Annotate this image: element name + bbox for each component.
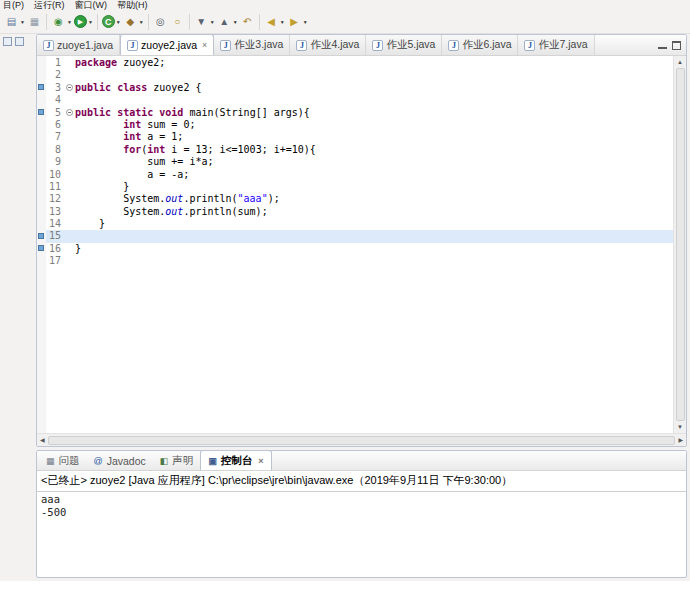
fold-ruler [65,218,75,230]
tab-close-icon[interactable]: × [202,40,207,50]
dropdown-arrow-icon[interactable]: ▼ [20,19,25,25]
collapse-icon[interactable] [66,84,73,91]
next-annotation-button[interactable]: ▼▼ [193,12,216,32]
code-line[interactable]: 15 [37,230,673,242]
vertical-scrollbar[interactable]: ▲ ▼ [673,56,686,433]
horizontal-scroll-thumb[interactable] [48,436,676,445]
code-line[interactable]: 5public static void main(String[] args){ [37,107,673,119]
fold-marker[interactable] [65,82,75,94]
tab-javadoc[interactable]: @Javadoc [87,451,153,470]
down-arrow-icon: ▼ [194,14,209,29]
menu-item[interactable]: 帮助(H) [117,0,148,10]
back-button[interactable]: ◀▼ [263,12,286,32]
horizontal-scrollbar[interactable]: ◀ ▶ [37,433,686,446]
console-output[interactable]: aaa-500 [37,492,686,577]
minimize-icon[interactable] [658,41,667,49]
editor-tab[interactable]: Jzuoye2.java× [120,34,214,55]
annotation-marker [37,230,46,242]
view-tab-label: 控制台 [221,454,253,468]
tab-label: 作业6.java [462,38,511,52]
code-line[interactable]: 14 } [37,218,673,230]
problems-icon: ▦ [46,456,55,466]
editor-tab[interactable]: J作业6.java [442,35,518,55]
code-line[interactable]: 12 System.out.println("aaa"); [37,193,673,205]
line-number: 7 [46,131,65,143]
code-area[interactable]: 1package zuoye2;23public class zuoye2 {4… [37,56,673,433]
editor-tab[interactable]: J作业4.java [290,35,366,55]
restore-view-icon[interactable] [3,37,12,46]
code-text: } [75,181,673,193]
code-line[interactable]: 17 [37,255,673,267]
collapse-icon[interactable] [66,109,73,116]
dropdown-arrow-icon[interactable]: ▼ [88,19,93,25]
dropdown-arrow-icon[interactable]: ▼ [67,19,72,25]
line-number: 4 [46,94,65,106]
code-line[interactable]: 10 a = -a; [37,169,673,181]
annotation-cell [37,69,46,81]
annotation-cell [37,144,46,156]
dropdown-arrow-icon[interactable]: ▼ [139,19,144,25]
editor-tab[interactable]: J作业5.java [366,35,442,55]
code-line[interactable]: 7 int a = 1; [37,131,673,143]
marker-icon [38,109,44,115]
editor-tabs: Jzuoye1.javaJzuoye2.java×J作业3.javaJ作业4.j… [37,35,595,55]
annotation-cell [37,255,46,267]
editor-tab[interactable]: Jzuoye1.java [37,35,120,55]
open-type-button[interactable]: ◎ [152,12,169,32]
maximize-icon[interactable] [672,41,681,50]
previous-annotation-button[interactable]: ▲▼ [216,12,239,32]
code-line[interactable]: 1package zuoye2; [37,57,673,69]
code-line[interactable]: 16} [37,243,673,255]
dropdown-arrow-icon[interactable]: ▼ [303,19,308,25]
run-button[interactable]: ▶▼ [73,12,94,32]
scroll-up-icon[interactable]: ▲ [677,58,683,66]
menu-item[interactable]: 目(P) [3,0,24,10]
tab-declaration[interactable]: ◧声明 [153,451,201,470]
dropdown-arrow-icon[interactable]: ▼ [210,19,215,25]
code-text: int a = 1; [75,131,673,143]
restore-view-icon-2[interactable] [15,37,24,46]
toolbar: ▤▼▦◉▼▶▼C▼◆▼◎○▼▼▲▼↶◀▼▶▼ [0,10,690,34]
menu-item[interactable]: 窗口(W) [75,0,108,10]
new-java-class-button[interactable]: C▼ [101,12,122,32]
new-button[interactable]: ▤▼ [3,12,26,32]
fold-marker[interactable] [65,107,75,119]
editor-tab[interactable]: J作业3.java [214,35,290,55]
console-description: <已终止> zuoye2 [Java 应用程序] C:\pr\eclipse\j… [37,471,686,492]
fold-ruler [65,94,75,106]
editor-tab[interactable]: J作业7.java [518,35,594,55]
code-text [75,230,673,242]
search-button[interactable]: ○ [169,12,186,32]
debug-button[interactable]: ◉▼ [50,12,73,32]
fold-ruler [65,131,75,143]
debug-icon: ◉ [51,14,66,29]
code-line[interactable]: 6 int sum = 0; [37,119,673,131]
forward-button[interactable]: ▶▼ [286,12,309,32]
menu-item[interactable]: 运行(R) [34,0,65,10]
code-line[interactable]: 13 System.out.println(sum); [37,206,673,218]
scroll-right-icon[interactable]: ▶ [678,436,683,444]
dropdown-arrow-icon[interactable]: ▼ [280,19,285,25]
last-edit-location-button[interactable]: ↶ [239,12,256,32]
vertical-scroll-thumb[interactable] [676,68,685,421]
dropdown-arrow-icon[interactable]: ▼ [116,19,121,25]
save-button[interactable]: ▦ [26,12,43,32]
java-file-icon: J [220,40,231,51]
dropdown-arrow-icon[interactable]: ▼ [233,19,238,25]
code-line[interactable]: 11 } [37,181,673,193]
code-line[interactable]: 3public class zuoye2 { [37,82,673,94]
code-line[interactable]: 4 [37,94,673,106]
javadoc-icon: @ [94,456,103,466]
code-line[interactable]: 8 for(int i = 13; i<=1003; i+=10){ [37,144,673,156]
code-line[interactable]: 9 sum += i*a; [37,156,673,168]
tab-problems[interactable]: ▦问题 [39,451,87,470]
fold-ruler [65,206,75,218]
line-number: 3 [46,82,65,94]
marker-icon [38,233,44,239]
tab-close-icon[interactable]: × [258,456,263,466]
scroll-down-icon[interactable]: ▼ [677,423,683,431]
scroll-left-icon[interactable]: ◀ [40,436,45,444]
tab-console[interactable]: ▣控制台× [200,450,271,470]
new-package-button[interactable]: ◆▼ [122,12,145,32]
code-line[interactable]: 2 [37,69,673,81]
